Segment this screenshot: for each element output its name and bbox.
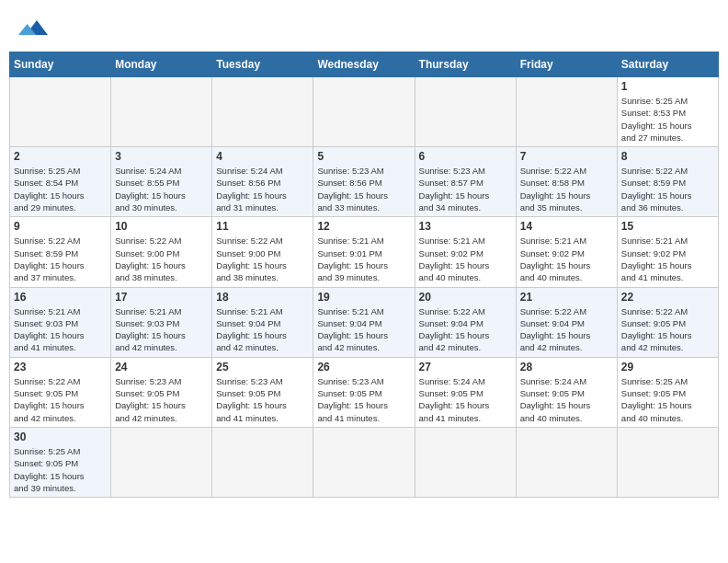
calendar-week-3: 9Sunrise: 5:22 AM Sunset: 8:59 PM Daylig… (10, 217, 719, 287)
day-number: 3 (115, 150, 208, 163)
day-info: Sunrise: 5:21 AM Sunset: 9:03 PM Dayligh… (14, 305, 107, 354)
day-info: Sunrise: 5:22 AM Sunset: 8:59 PM Dayligh… (14, 235, 107, 283)
calendar-cell: 2Sunrise: 5:25 AM Sunset: 8:54 PM Daylig… (10, 147, 111, 217)
day-info: Sunrise: 5:25 AM Sunset: 9:05 PM Dayligh… (621, 375, 714, 424)
day-number: 7 (520, 150, 613, 163)
day-number: 8 (621, 150, 714, 163)
calendar-cell: 16Sunrise: 5:21 AM Sunset: 9:03 PM Dayli… (10, 287, 111, 357)
day-info: Sunrise: 5:22 AM Sunset: 8:59 PM Dayligh… (621, 165, 714, 213)
day-number: 24 (115, 361, 208, 373)
day-info: Sunrise: 5:25 AM Sunset: 9:05 PM Dayligh… (14, 445, 107, 494)
day-number: 25 (216, 361, 309, 373)
calendar-cell: 4Sunrise: 5:24 AM Sunset: 8:56 PM Daylig… (212, 147, 313, 217)
day-info: Sunrise: 5:25 AM Sunset: 8:53 PM Dayligh… (621, 95, 714, 144)
day-number: 2 (14, 150, 107, 163)
day-info: Sunrise: 5:23 AM Sunset: 9:05 PM Dayligh… (115, 375, 208, 424)
calendar-cell: 12Sunrise: 5:21 AM Sunset: 9:01 PM Dayli… (313, 217, 415, 287)
calendar-cell: 30Sunrise: 5:25 AM Sunset: 9:05 PM Dayli… (10, 427, 111, 497)
page-header (9, 9, 719, 46)
weekday-header-wednesday: Wednesday (313, 52, 415, 77)
day-number: 26 (317, 361, 410, 373)
day-info: Sunrise: 5:21 AM Sunset: 9:02 PM Dayligh… (621, 235, 714, 283)
day-number: 9 (14, 220, 107, 233)
calendar-cell: 29Sunrise: 5:25 AM Sunset: 9:05 PM Dayli… (617, 357, 718, 427)
calendar-cell (617, 427, 718, 497)
calendar-week-6: 30Sunrise: 5:25 AM Sunset: 9:05 PM Dayli… (10, 427, 719, 497)
day-info: Sunrise: 5:22 AM Sunset: 9:00 PM Dayligh… (216, 235, 309, 283)
calendar-week-2: 2Sunrise: 5:25 AM Sunset: 8:54 PM Daylig… (10, 147, 719, 217)
calendar-cell: 14Sunrise: 5:21 AM Sunset: 9:02 PM Dayli… (516, 217, 617, 287)
day-number: 20 (419, 291, 512, 304)
calendar-cell: 3Sunrise: 5:24 AM Sunset: 8:55 PM Daylig… (111, 147, 212, 217)
weekday-header-thursday: Thursday (415, 52, 516, 77)
day-info: Sunrise: 5:25 AM Sunset: 8:54 PM Dayligh… (14, 165, 107, 213)
day-info: Sunrise: 5:22 AM Sunset: 9:04 PM Dayligh… (419, 305, 512, 354)
calendar-cell: 7Sunrise: 5:22 AM Sunset: 8:58 PM Daylig… (516, 147, 617, 217)
logo (15, 13, 48, 42)
day-info: Sunrise: 5:23 AM Sunset: 8:57 PM Dayligh… (419, 165, 512, 213)
day-number: 1 (621, 80, 714, 93)
day-number: 17 (115, 291, 208, 304)
calendar-table: SundayMondayTuesdayWednesdayThursdayFrid… (9, 52, 719, 498)
day-info: Sunrise: 5:22 AM Sunset: 9:05 PM Dayligh… (14, 375, 107, 424)
calendar-cell (516, 427, 617, 497)
calendar-cell (10, 77, 111, 147)
day-number: 23 (14, 361, 107, 373)
day-number: 15 (621, 220, 714, 233)
day-number: 4 (216, 150, 309, 163)
calendar-cell: 11Sunrise: 5:22 AM Sunset: 9:00 PM Dayli… (212, 217, 313, 287)
calendar-cell: 22Sunrise: 5:22 AM Sunset: 9:05 PM Dayli… (617, 287, 718, 357)
calendar-cell: 27Sunrise: 5:24 AM Sunset: 9:05 PM Dayli… (415, 357, 516, 427)
day-number: 22 (621, 291, 714, 304)
calendar-cell: 9Sunrise: 5:22 AM Sunset: 8:59 PM Daylig… (10, 217, 111, 287)
weekday-header-sunday: Sunday (10, 52, 111, 77)
calendar-cell (415, 77, 516, 147)
calendar-cell: 8Sunrise: 5:22 AM Sunset: 8:59 PM Daylig… (617, 147, 718, 217)
day-info: Sunrise: 5:23 AM Sunset: 9:05 PM Dayligh… (317, 375, 410, 424)
day-number: 16 (14, 291, 107, 304)
day-number: 29 (621, 361, 714, 373)
calendar-cell (516, 77, 617, 147)
calendar-cell: 26Sunrise: 5:23 AM Sunset: 9:05 PM Dayli… (313, 357, 415, 427)
day-number: 14 (520, 220, 613, 233)
calendar-cell (111, 77, 212, 147)
day-number: 6 (419, 150, 512, 163)
day-number: 28 (520, 361, 613, 373)
calendar-cell: 18Sunrise: 5:21 AM Sunset: 9:04 PM Dayli… (212, 287, 313, 357)
day-number: 18 (216, 291, 309, 304)
calendar-cell: 5Sunrise: 5:23 AM Sunset: 8:56 PM Daylig… (313, 147, 415, 217)
calendar-cell: 10Sunrise: 5:22 AM Sunset: 9:00 PM Dayli… (111, 217, 212, 287)
day-info: Sunrise: 5:21 AM Sunset: 9:03 PM Dayligh… (115, 305, 208, 354)
calendar-cell: 25Sunrise: 5:23 AM Sunset: 9:05 PM Dayli… (212, 357, 313, 427)
day-info: Sunrise: 5:21 AM Sunset: 9:02 PM Dayligh… (419, 235, 512, 283)
day-info: Sunrise: 5:24 AM Sunset: 9:05 PM Dayligh… (520, 375, 613, 424)
logo-icon (18, 13, 48, 42)
calendar-cell (111, 427, 212, 497)
calendar-cell (415, 427, 516, 497)
weekday-header-tuesday: Tuesday (212, 52, 313, 77)
calendar-cell: 15Sunrise: 5:21 AM Sunset: 9:02 PM Dayli… (617, 217, 718, 287)
calendar-header-row: SundayMondayTuesdayWednesdayThursdayFrid… (10, 52, 719, 77)
day-info: Sunrise: 5:23 AM Sunset: 8:56 PM Dayligh… (317, 165, 410, 213)
calendar-week-1: 1Sunrise: 5:25 AM Sunset: 8:53 PM Daylig… (10, 77, 719, 147)
calendar-cell (212, 427, 313, 497)
day-info: Sunrise: 5:21 AM Sunset: 9:02 PM Dayligh… (520, 235, 613, 283)
day-info: Sunrise: 5:24 AM Sunset: 8:56 PM Dayligh… (216, 165, 309, 213)
calendar-cell: 28Sunrise: 5:24 AM Sunset: 9:05 PM Dayli… (516, 357, 617, 427)
calendar-cell: 24Sunrise: 5:23 AM Sunset: 9:05 PM Dayli… (111, 357, 212, 427)
calendar-cell (313, 427, 415, 497)
calendar-cell: 23Sunrise: 5:22 AM Sunset: 9:05 PM Dayli… (10, 357, 111, 427)
day-number: 11 (216, 220, 309, 233)
day-number: 21 (520, 291, 613, 304)
weekday-header-monday: Monday (111, 52, 212, 77)
day-info: Sunrise: 5:21 AM Sunset: 9:04 PM Dayligh… (317, 305, 410, 354)
calendar-cell: 19Sunrise: 5:21 AM Sunset: 9:04 PM Dayli… (313, 287, 415, 357)
day-info: Sunrise: 5:22 AM Sunset: 8:58 PM Dayligh… (520, 165, 613, 213)
day-info: Sunrise: 5:21 AM Sunset: 9:01 PM Dayligh… (317, 235, 410, 283)
day-info: Sunrise: 5:22 AM Sunset: 9:04 PM Dayligh… (520, 305, 613, 354)
day-info: Sunrise: 5:22 AM Sunset: 9:00 PM Dayligh… (115, 235, 208, 283)
calendar-cell: 1Sunrise: 5:25 AM Sunset: 8:53 PM Daylig… (617, 77, 718, 147)
calendar-cell: 17Sunrise: 5:21 AM Sunset: 9:03 PM Dayli… (111, 287, 212, 357)
day-number: 19 (317, 291, 410, 304)
calendar-cell: 6Sunrise: 5:23 AM Sunset: 8:57 PM Daylig… (415, 147, 516, 217)
